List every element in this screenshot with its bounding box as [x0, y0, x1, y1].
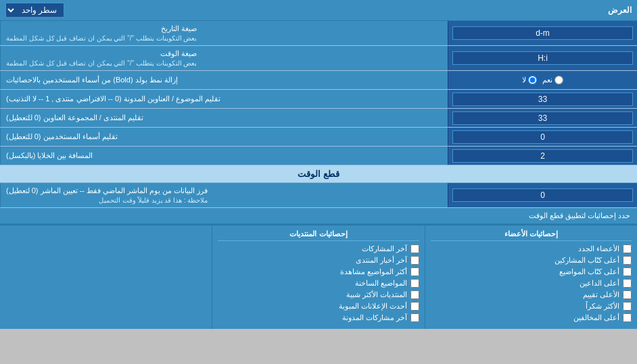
time-format-input-wrap: H:i: [448, 46, 637, 70]
checkbox-top-referrers[interactable]: [623, 279, 632, 288]
checkbox-last-posts[interactable]: [410, 244, 419, 253]
stats-item-hot-topics: المواضيع الساخنة: [218, 279, 419, 288]
usernames-trim-input[interactable]: 0: [452, 130, 633, 144]
radio-yes-label[interactable]: نعم: [542, 76, 563, 84]
main-container: العرض سطر واحدسطرانثلاثة أسطر d-m صيغة ا…: [0, 0, 637, 329]
stats-item-most-thanked: الأكثر شكراً: [431, 302, 632, 311]
bold-usernames-label: إزالة نمط بولد (Bold) من أسماء المستخدمي…: [0, 71, 448, 89]
radio-yes[interactable]: [555, 76, 563, 84]
stats-item-last-posts: آخر المشاركات: [218, 244, 419, 253]
view-select-wrap: سطر واحدسطرانثلاثة أسطر: [5, 3, 64, 18]
header-row: العرض سطر واحدسطرانثلاثة أسطر: [0, 0, 637, 21]
cell-spacing-input[interactable]: 2: [452, 149, 633, 163]
usernames-trim-label: تقليم أسماء المستخدمين (0 للتعطيل): [0, 128, 448, 146]
checkbox-hot-topics[interactable]: [410, 279, 419, 288]
view-select[interactable]: سطر واحدسطرانثلاثة أسطر: [5, 3, 64, 18]
limit-row: حدد إحصائيات لتطبيق قطع الوقت: [0, 208, 637, 224]
stats-item-new-members: الأعضاء الجدد: [431, 244, 632, 253]
checkbox-top-posters[interactable]: [623, 256, 632, 265]
cell-spacing-input-wrap: 2: [448, 147, 637, 165]
usernames-trim-input-wrap: 0: [448, 128, 637, 146]
stats-col-forums-title: إحصائيات المنتديات: [218, 230, 419, 241]
cutoff-row: 0 فرز البيانات من يوم الماشر الماضي فقط …: [0, 183, 637, 208]
stats-item-forum-news: آخر أخبار المنتدى: [218, 256, 419, 265]
stats-item-top-posters: أعلى كتّاب المشاركين: [431, 256, 632, 265]
cell-spacing-row: 2 المسافة بين الخلايا (بالبكسل): [0, 147, 637, 165]
forum-usernames-input[interactable]: 33: [452, 111, 633, 125]
stats-section: إحصائيات الأعضاء الأعضاء الجدد أعلى كتّا…: [0, 224, 637, 329]
checkbox-top-rated[interactable]: [623, 290, 632, 299]
checkbox-latest-classifieds[interactable]: [410, 302, 419, 311]
forum-usernames-row: 33 تقليم المنتدى / المجموعة العناوين (0 …: [0, 109, 637, 128]
cutoff-input[interactable]: 0: [452, 188, 633, 202]
topic-titles-row: 33 تقليم الموضوع / العناوين المدونة (0 -…: [0, 90, 637, 109]
checkbox-new-members[interactable]: [623, 244, 632, 253]
stats-item-blog-posts: آخر مشاركات المدونة: [218, 313, 419, 322]
cell-spacing-label: المسافة بين الخلايا (بالبكسل): [0, 147, 448, 165]
checkbox-top-warned[interactable]: [623, 313, 632, 322]
bold-usernames-row: نعم لا إزالة نمط بولد (Bold) من أسماء ال…: [0, 71, 637, 90]
date-format-label: صيغة التاريخ بعض التكوينات يتطلب "/" الت…: [0, 21, 448, 45]
stats-col-extra: [0, 226, 212, 329]
forum-usernames-input-wrap: 33: [448, 109, 637, 127]
checkbox-blog-posts[interactable]: [410, 313, 419, 322]
date-format-input-wrap: d-m: [448, 21, 637, 45]
topic-titles-input-wrap: 33: [448, 90, 637, 108]
cutoff-label: فرز البيانات من يوم الماشر الماضي فقط --…: [0, 183, 448, 207]
forum-usernames-label: تقليم المنتدى / المجموعة العناوين (0 للت…: [0, 109, 448, 127]
checkbox-most-viewed[interactable]: [410, 267, 419, 276]
cutoff-section-header: قطع الوقت: [0, 165, 637, 183]
time-format-label: صيغة الوقت بعض التكوينات يتطلب "/" التي …: [0, 46, 448, 70]
stats-item-top-warned: أعلى المخالفين: [431, 313, 632, 322]
stats-item-top-rated: الأعلى تقييم: [431, 290, 632, 299]
radio-no-label[interactable]: لا: [522, 76, 537, 84]
stats-col-members-title: إحصائيات الأعضاء: [431, 230, 632, 241]
checkbox-most-similar-forums[interactable]: [410, 290, 419, 299]
cutoff-input-wrap: 0: [448, 183, 637, 207]
checkbox-most-thanked[interactable]: [623, 302, 632, 311]
bold-radio-wrap: نعم لا: [448, 71, 637, 89]
time-format-row: H:i صيغة الوقت بعض التكوينات يتطلب "/" ا…: [0, 46, 637, 71]
checkbox-top-topic-writers[interactable]: [623, 267, 632, 276]
page-title: العرض: [608, 5, 632, 15]
date-format-input[interactable]: d-m: [452, 26, 633, 40]
stats-item-top-referrers: أعلى الداعين: [431, 279, 632, 288]
stats-item-most-similar-forums: المنتديات الأكثر شبية: [218, 290, 419, 299]
stats-col-forums: إحصائيات المنتديات آخر المشاركات آخر أخب…: [212, 226, 424, 329]
time-format-input[interactable]: H:i: [452, 51, 633, 65]
topic-titles-label: تقليم الموضوع / العناوين المدونة (0 -- ا…: [0, 90, 448, 108]
checkbox-forum-news[interactable]: [410, 256, 419, 265]
date-format-row: d-m صيغة التاريخ بعض التكوينات يتطلب "/"…: [0, 21, 637, 46]
stats-item-most-viewed: أكثر المواضيع مشاهدة: [218, 267, 419, 276]
stats-item-top-topic-writers: أعلى كتّاب المواضيع: [431, 267, 632, 276]
stats-col-members: إحصائيات الأعضاء الأعضاء الجدد أعلى كتّا…: [425, 226, 637, 329]
topic-titles-input[interactable]: 33: [452, 93, 633, 106]
usernames-trim-row: 0 تقليم أسماء المستخدمين (0 للتعطيل): [0, 128, 637, 147]
radio-no[interactable]: [528, 76, 537, 84]
stats-item-latest-classifieds: أحدث الإعلانات المبوبة: [218, 302, 419, 311]
